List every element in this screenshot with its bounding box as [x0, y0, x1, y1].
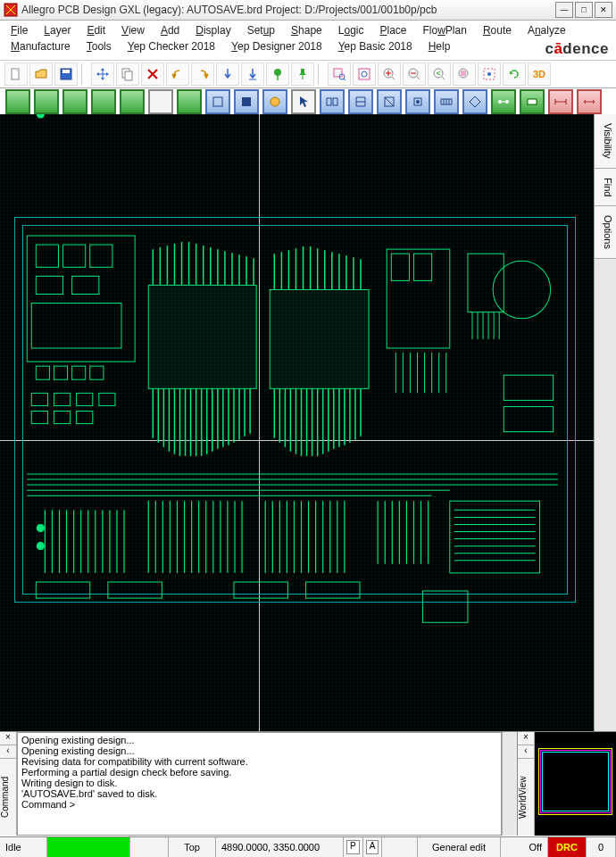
- zoom-sel-button[interactable]: [453, 62, 476, 86]
- redo-button[interactable]: [191, 62, 214, 86]
- net-2-button[interactable]: [520, 89, 545, 114]
- status-p-button[interactable]: P: [344, 837, 363, 857]
- menu-route[interactable]: Route: [478, 22, 517, 38]
- menu-manufacture[interactable]: Manufacture: [5, 38, 76, 54]
- shape-circle-button[interactable]: [262, 89, 287, 114]
- down-arrow-1-button[interactable]: [216, 62, 239, 86]
- toolbar-layers: [0, 88, 616, 116]
- menu-help[interactable]: Help: [423, 38, 456, 54]
- menu-shape[interactable]: Shape: [286, 22, 328, 38]
- worldview-close-button[interactable]: ×: [518, 732, 534, 745]
- menu-yep-checker[interactable]: Yep Checker 2018: [122, 38, 221, 54]
- shape-box-button[interactable]: [205, 89, 230, 114]
- menu-layer[interactable]: Layer: [38, 22, 76, 38]
- svg-rect-12: [334, 69, 342, 77]
- tool-6-button[interactable]: [462, 89, 487, 114]
- title-bar: Allegro PCB Design GXL (legacy): AUTOSAV…: [0, 0, 616, 21]
- open-file-button[interactable]: [29, 62, 53, 86]
- command-prompt[interactable]: Command >: [21, 799, 497, 810]
- svg-line-20: [417, 77, 420, 79]
- delete-button[interactable]: [141, 62, 164, 86]
- tool-2-button[interactable]: [348, 89, 373, 114]
- tool-1-button[interactable]: [320, 89, 345, 114]
- layer-2-button[interactable]: [34, 89, 59, 114]
- dim-1-button[interactable]: [548, 89, 573, 114]
- log-line: Opening existing design...: [21, 735, 497, 745]
- status-drc-indicator[interactable]: DRC: [548, 837, 587, 857]
- tab-find[interactable]: Find: [595, 169, 616, 206]
- menu-file[interactable]: File: [5, 22, 33, 38]
- save-file-button[interactable]: [54, 62, 78, 86]
- zoom-prev-button[interactable]: [428, 62, 451, 86]
- zoom-in-button[interactable]: [378, 62, 401, 86]
- tool-5-button[interactable]: [434, 89, 459, 114]
- menu-add[interactable]: Add: [155, 22, 185, 38]
- command-close-button[interactable]: ×: [0, 732, 16, 745]
- net-1-button[interactable]: [491, 89, 516, 114]
- layer-3-button[interactable]: [62, 89, 87, 114]
- refresh-button[interactable]: [503, 62, 526, 86]
- menu-yep-basic[interactable]: Yep Basic 2018: [333, 38, 418, 54]
- toolbar-main: 3D: [0, 61, 616, 88]
- worldview-canvas[interactable]: [535, 732, 616, 836]
- layer-5-button[interactable]: [120, 89, 145, 114]
- layer-bot-button[interactable]: [177, 89, 202, 114]
- pcb-traces: [0, 114, 594, 732]
- menu-flowplan[interactable]: FlowPlan: [418, 22, 472, 38]
- tab-visibility[interactable]: Visibility: [595, 114, 616, 169]
- svg-line-23: [442, 77, 445, 79]
- svg-rect-59: [90, 366, 104, 379]
- svg-point-16: [362, 71, 367, 77]
- status-edit-mode[interactable]: General edit: [418, 837, 501, 857]
- design-canvas[interactable]: [0, 114, 594, 732]
- worldview-inner-outline: [542, 752, 609, 811]
- menu-analyze[interactable]: Analyze: [522, 22, 571, 38]
- menu-logic[interactable]: Logic: [333, 22, 370, 38]
- command-scrollbar[interactable]: [502, 732, 517, 836]
- close-button[interactable]: ✕: [595, 2, 612, 18]
- svg-rect-7: [125, 71, 132, 80]
- command-panel: × ‹ Command Opening existing design... O…: [0, 731, 616, 836]
- menu-place[interactable]: Place: [374, 22, 412, 38]
- copy-button[interactable]: [116, 62, 139, 86]
- menu-setup[interactable]: Setup: [242, 22, 280, 38]
- tab-options[interactable]: Options: [595, 206, 616, 259]
- side-tabs: Visibility Find Options: [594, 114, 616, 732]
- brand-logo: cādence: [545, 40, 609, 58]
- worldview-collapse-button[interactable]: ‹: [518, 745, 534, 759]
- down-arrow-2-button[interactable]: [241, 62, 264, 86]
- command-log[interactable]: Opening existing design... Opening exist…: [17, 732, 502, 836]
- menu-view[interactable]: View: [116, 22, 150, 38]
- menu-edit[interactable]: Edit: [81, 22, 111, 38]
- svg-point-65: [493, 261, 550, 318]
- zoom-world-button[interactable]: [478, 62, 501, 86]
- 3d-view-button[interactable]: 3D: [528, 62, 551, 86]
- tool-3-button[interactable]: [377, 89, 402, 114]
- select-arrow-button[interactable]: [291, 89, 316, 114]
- menu-tools[interactable]: Tools: [81, 38, 117, 54]
- zoom-window-button[interactable]: [328, 62, 351, 86]
- pushpin-button[interactable]: [291, 62, 314, 86]
- undo-button[interactable]: [166, 62, 189, 86]
- pin-button[interactable]: [266, 62, 289, 86]
- move-button[interactable]: [91, 62, 114, 86]
- tool-4-button[interactable]: [405, 89, 430, 114]
- command-collapse-button[interactable]: ‹: [0, 745, 16, 759]
- status-blank2: [382, 837, 418, 857]
- menu-display[interactable]: Display: [190, 22, 236, 38]
- dim-2-button[interactable]: [577, 89, 602, 114]
- svg-rect-49: [27, 236, 135, 362]
- zoom-out-button[interactable]: [403, 62, 426, 86]
- shape-fill-button[interactable]: [234, 89, 259, 114]
- minimize-button[interactable]: —: [555, 2, 573, 18]
- menu-yep-designer[interactable]: Yep Designer 2018: [226, 38, 328, 54]
- status-layer[interactable]: Top: [169, 837, 216, 857]
- new-file-button[interactable]: [4, 62, 28, 86]
- status-a-button[interactable]: A: [363, 837, 383, 857]
- layer-4-button[interactable]: [91, 89, 116, 114]
- layer-blank-button[interactable]: [148, 89, 173, 114]
- svg-point-76: [37, 524, 44, 531]
- layer-top-button[interactable]: [5, 89, 30, 114]
- maximize-button[interactable]: □: [575, 2, 593, 18]
- zoom-fit-button[interactable]: [353, 62, 376, 86]
